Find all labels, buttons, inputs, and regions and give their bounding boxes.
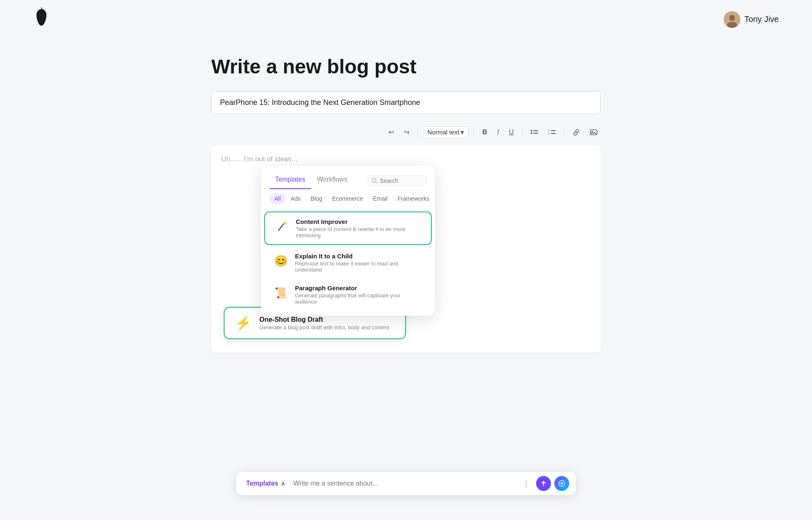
template-info-explain-child: Explain It to a Child Rephrase text to m… bbox=[295, 253, 423, 273]
text-style-dropdown[interactable]: Normal text ▾ bbox=[423, 126, 469, 138]
avatar bbox=[724, 11, 740, 28]
header: Tony Jive bbox=[0, 0, 812, 39]
one-shot-icon: ⚡ bbox=[234, 315, 253, 331]
prompt-input[interactable] bbox=[293, 480, 515, 487]
template-explain-child[interactable]: 😊 Explain It to a Child Rephrase text to… bbox=[264, 247, 432, 279]
svg-rect-8 bbox=[551, 130, 556, 131]
template-icon-paragraph-generator: 📜 bbox=[273, 284, 289, 301]
italic-button[interactable]: I bbox=[494, 126, 502, 139]
editor-area[interactable]: Uh...... I'm out of ideas... Templates W… bbox=[211, 145, 601, 352]
search-input[interactable] bbox=[380, 177, 421, 184]
template-list: Content Improver Take a piece of content… bbox=[261, 207, 435, 316]
template-name-paragraph-generator: Paragraph Generator bbox=[295, 284, 423, 292]
search-icon bbox=[372, 178, 377, 184]
blog-title-input[interactable] bbox=[211, 91, 601, 114]
svg-line-14 bbox=[278, 223, 284, 231]
bottom-bar: Templates ∧ ⋮ bbox=[236, 472, 576, 495]
category-ecommerce[interactable]: Ecommerce bbox=[327, 193, 368, 204]
tab-workflows[interactable]: Workflows bbox=[311, 173, 353, 189]
category-frameworks[interactable]: Frameworks bbox=[392, 193, 434, 204]
image-button[interactable] bbox=[587, 126, 601, 138]
ai-button[interactable] bbox=[554, 476, 569, 491]
template-content-improver[interactable]: Content Improver Take a piece of content… bbox=[264, 211, 432, 245]
svg-text:2.: 2. bbox=[548, 132, 550, 135]
template-name-explain-child: Explain It to a Child bbox=[295, 253, 423, 260]
toolbar-separator-2 bbox=[474, 128, 474, 136]
svg-rect-10 bbox=[551, 133, 556, 134]
svg-line-19 bbox=[285, 224, 286, 225]
app-logo bbox=[33, 7, 50, 31]
toolbar-separator-4 bbox=[564, 128, 564, 136]
toolbar-separator-3 bbox=[522, 128, 522, 136]
one-shot-name: One-Shot Blog Draft bbox=[259, 316, 389, 323]
category-all[interactable]: All bbox=[269, 193, 286, 204]
svg-point-16 bbox=[284, 222, 286, 224]
main-content: Write a new blog post ↩ ↪ Normal text ▾ … bbox=[178, 39, 634, 369]
template-paragraph-generator[interactable]: 📜 Paragraph Generator Generate paragraph… bbox=[264, 279, 432, 311]
user-name: Tony Jive bbox=[744, 15, 779, 24]
templates-label: Templates bbox=[246, 480, 278, 487]
templates-button[interactable]: Templates ∧ bbox=[243, 478, 288, 489]
bottom-actions: ⋮ bbox=[520, 476, 569, 491]
svg-point-21 bbox=[561, 482, 563, 485]
template-info-content-improver: Content Improver Take a piece of content… bbox=[296, 218, 423, 238]
svg-rect-6 bbox=[533, 133, 538, 134]
svg-point-3 bbox=[531, 130, 532, 131]
editor-placeholder: Uh...... I'm out of ideas... bbox=[221, 155, 591, 163]
category-email[interactable]: Email bbox=[368, 193, 392, 204]
category-ads[interactable]: Ads bbox=[286, 193, 306, 204]
svg-text:1.: 1. bbox=[548, 129, 550, 132]
template-icon-explain-child: 😊 bbox=[273, 253, 289, 269]
link-button[interactable] bbox=[569, 126, 583, 138]
tab-templates[interactable]: Templates bbox=[269, 173, 311, 189]
one-shot-info: One-Shot Blog Draft Generate a blog post… bbox=[259, 316, 389, 330]
editor-toolbar: ↩ ↪ Normal text ▾ B I U 1.2. bbox=[211, 122, 601, 142]
more-options-button[interactable]: ⋮ bbox=[520, 477, 533, 490]
template-name-content-improver: Content Improver bbox=[296, 218, 423, 225]
template-desc-paragraph-generator: Generate paragraphs that will captivate … bbox=[295, 292, 423, 305]
send-button[interactable] bbox=[536, 476, 551, 491]
templates-panel: Templates Workflows All Ads Blog Ecommer… bbox=[261, 166, 435, 316]
underline-button[interactable]: U bbox=[505, 126, 517, 139]
svg-rect-4 bbox=[533, 130, 538, 131]
redo-button[interactable]: ↪ bbox=[401, 126, 413, 139]
chevron-up-icon: ∧ bbox=[281, 480, 285, 487]
bold-button[interactable]: B bbox=[479, 126, 491, 139]
chevron-down-icon: ▾ bbox=[461, 129, 464, 136]
page-title: Write a new blog post bbox=[211, 55, 601, 78]
send-icon bbox=[540, 480, 547, 487]
ordered-list-button[interactable]: 1.2. bbox=[545, 126, 559, 138]
svg-point-5 bbox=[531, 132, 532, 134]
undo-button[interactable]: ↩ bbox=[385, 126, 397, 139]
svg-point-1 bbox=[729, 15, 735, 21]
toolbar-separator-1 bbox=[418, 128, 418, 136]
category-filters: All Ads Blog Ecommerce Email Frameworks bbox=[261, 189, 435, 207]
template-desc-content-improver: Take a piece of content & rewrite it to … bbox=[296, 226, 423, 238]
template-info-paragraph-generator: Paragraph Generator Generate paragraphs … bbox=[295, 284, 423, 305]
one-shot-desc: Generate a blog post draft with intro, b… bbox=[259, 324, 389, 330]
svg-point-12 bbox=[592, 131, 593, 132]
category-blog[interactable]: Blog bbox=[306, 193, 327, 204]
template-desc-explain-child: Rephrase text to make it easier to read … bbox=[295, 260, 423, 273]
ai-icon bbox=[558, 480, 566, 487]
panel-tabs: Templates Workflows bbox=[261, 166, 435, 189]
bullet-list-button[interactable] bbox=[527, 126, 541, 138]
svg-line-17 bbox=[285, 221, 286, 222]
user-menu[interactable]: Tony Jive bbox=[724, 11, 779, 28]
search-box[interactable] bbox=[366, 175, 427, 186]
template-icon-content-improver bbox=[273, 218, 290, 235]
